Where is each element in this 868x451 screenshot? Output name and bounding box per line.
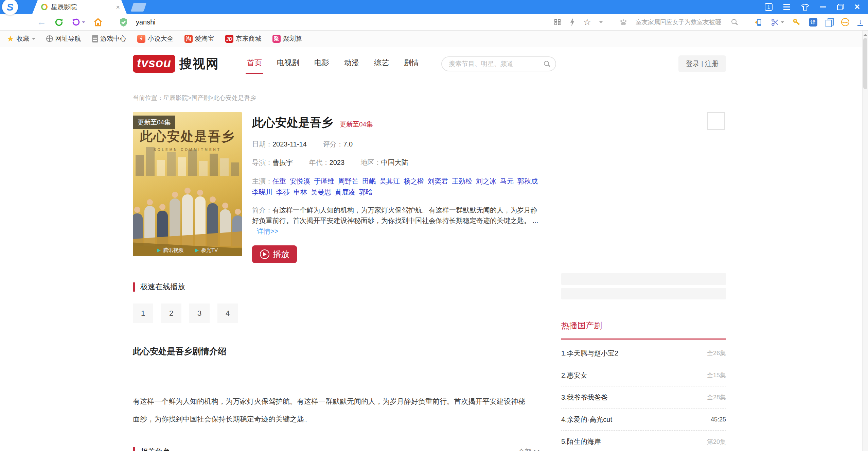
play-triangle-icon: [157, 248, 161, 253]
new-tab-button[interactable]: [131, 3, 146, 12]
breadcrumb[interactable]: 当前位置：星辰影院>国产剧>此心安处是吾乡: [133, 94, 726, 102]
refresh-icon[interactable]: [54, 18, 64, 27]
qr-code-icon[interactable]: [553, 18, 562, 26]
nav-plot[interactable]: 剧情: [403, 54, 420, 74]
cast-link[interactable]: 周野芒: [338, 177, 358, 185]
ad-placeholder: [561, 273, 726, 285]
synopsis-text: 有这样一个鲜为人知的机构，为万家灯火保驾护航。有这样一群默默无闻的人，为岁月静好…: [252, 206, 538, 224]
address-bar[interactable]: yanshi: [136, 18, 156, 26]
cast-link[interactable]: 王劲松: [452, 177, 472, 185]
restore-icon[interactable]: [837, 4, 844, 10]
nav-tv-series[interactable]: 电视剧: [276, 54, 301, 74]
episode-button[interactable]: 1: [133, 303, 153, 323]
bookmark-favorites[interactable]: ★ 收藏: [7, 34, 35, 43]
screenshot-scissors-icon[interactable]: [771, 18, 779, 27]
cast-link[interactable]: 李晓川: [252, 188, 272, 196]
show-poster[interactable]: 更新至04集 此心安处是吾乡 SOLEMN COMMITMENT: [133, 112, 242, 256]
notes-pages-icon[interactable]: [826, 18, 833, 26]
nav-movies[interactable]: 电影: [313, 54, 331, 74]
cast-link[interactable]: 吴曼思: [311, 188, 331, 196]
scrollbar[interactable]: [862, 31, 868, 451]
tab-close-icon[interactable]: ×: [116, 4, 120, 11]
login-register-button[interactable]: 登录 | 注册: [678, 55, 726, 72]
back-icon[interactable]: ←: [37, 17, 46, 27]
site-search-input[interactable]: [449, 60, 544, 68]
cast-link[interactable]: 马元: [500, 177, 514, 185]
undo-caret-icon[interactable]: [82, 21, 85, 25]
show-info: 此心安处是吾乡 更新至04集 日期：2023-11-14 评分：7.0 导演：曹…: [252, 112, 542, 263]
sogou-logo-icon[interactable]: S: [2, 0, 18, 15]
download-icon[interactable]: ↓: [857, 18, 863, 26]
cast-link[interactable]: 田岷: [362, 177, 376, 185]
show-title: 此心安处是吾乡: [252, 115, 333, 131]
favorites-caret-icon[interactable]: [32, 38, 35, 41]
hot-drama-name[interactable]: 1.李天腾与赵小宝2: [561, 349, 618, 358]
hot-drama-item[interactable]: 2.惠安女 全15集: [561, 364, 726, 386]
skin-shirt-icon[interactable]: [801, 3, 809, 11]
cast-link[interactable]: 安悦溪: [290, 177, 310, 185]
security-shield-icon[interactable]: [119, 18, 128, 27]
synopsis-more-link[interactable]: 详情>>: [257, 227, 278, 235]
send-to-phone-icon[interactable]: [754, 18, 763, 27]
tab-count-badge[interactable]: 1: [765, 3, 773, 11]
hot-drama-name[interactable]: 4.亲爱的·高光cut: [561, 415, 612, 424]
hot-drama-name[interactable]: 3.我爷爷我爸爸: [561, 393, 608, 402]
hot-drama-item[interactable]: 3.我爷爷我爸爸 全28集: [561, 386, 726, 409]
site-search-icon[interactable]: [544, 61, 550, 67]
cast-link[interactable]: 郭秋成: [517, 177, 538, 185]
cast-link[interactable]: 吴其江: [379, 177, 400, 185]
cast-link[interactable]: 李莎: [276, 188, 290, 196]
poster-watermarks: 腾讯视频 极光TV: [133, 247, 242, 254]
hot-drama-item[interactable]: 4.亲爱的·高光cut 45:25: [561, 409, 726, 431]
scroll-up-icon[interactable]: [864, 32, 867, 36]
scrollbar-thumb[interactable]: [863, 38, 867, 89]
hot-drama-name[interactable]: 5.陌生的海岸: [561, 437, 601, 446]
minimize-icon[interactable]: [820, 6, 826, 7]
cast-link[interactable]: 杨之楹: [404, 177, 424, 185]
menu-icon[interactable]: [783, 4, 790, 10]
browser-tab[interactable]: 星辰影院 ×: [32, 0, 127, 14]
episode-button[interactable]: 3: [189, 303, 210, 323]
bookmark-novels[interactable]: 小说大全: [137, 34, 174, 43]
site-logo[interactable]: tvsou: [133, 55, 175, 73]
bookmark-jd[interactable]: JD 京东商城: [225, 34, 262, 43]
show-region: 中国大陆: [381, 159, 408, 166]
favorite-star-icon[interactable]: ☆: [583, 18, 591, 27]
search-icon[interactable]: [731, 19, 738, 25]
cast-link[interactable]: 郭晗: [359, 188, 373, 196]
nav-variety[interactable]: 综艺: [373, 54, 390, 74]
cast-link[interactable]: 申林: [294, 188, 307, 196]
translate-icon[interactable]: 译: [809, 18, 817, 27]
password-key-icon[interactable]: [792, 18, 801, 27]
site-search-box[interactable]: [441, 56, 556, 71]
bookmark-taobao[interactable]: 淘 爱淘宝: [184, 34, 214, 43]
hot-drama-name[interactable]: 2.惠安女: [561, 371, 587, 380]
home-icon[interactable]: [93, 18, 103, 27]
episode-button[interactable]: 4: [217, 303, 238, 323]
more-tools-icon[interactable]: •••: [841, 18, 849, 26]
nav-anime[interactable]: 动漫: [343, 54, 360, 74]
hot-search-text[interactable]: 室友家属回应女子为救室友被砸: [636, 18, 723, 26]
play-button[interactable]: 播放: [252, 245, 297, 263]
hot-drama-item[interactable]: 1.李天腾与赵小宝2 全26集: [561, 342, 726, 364]
bookmark-juhuasuan[interactable]: 聚 聚划算: [272, 34, 302, 43]
hot-drama-item[interactable]: 5.陌生的海岸 第20集: [561, 431, 726, 451]
scissors-caret-icon[interactable]: [781, 21, 784, 25]
episode-button[interactable]: 2: [161, 303, 181, 323]
nav-home[interactable]: 首页: [246, 54, 263, 74]
undo-icon[interactable]: [72, 18, 81, 27]
play-circle-icon: [260, 249, 269, 259]
bookmark-game-center[interactable]: 游戏中心: [92, 34, 126, 43]
play-triangle-icon: [195, 248, 199, 253]
cast-link[interactable]: 刘奕君: [428, 177, 448, 185]
roles-all-link[interactable]: 全部 >>: [518, 447, 542, 451]
cast-link[interactable]: 黄鹿凌: [335, 188, 355, 196]
close-icon[interactable]: ×: [854, 2, 860, 12]
favorite-caret-icon[interactable]: [599, 21, 603, 25]
ad-placeholder: [561, 288, 726, 299]
accelerate-bolt-icon[interactable]: [570, 18, 575, 26]
cast-link[interactable]: 于谨维: [314, 177, 334, 185]
cast-link[interactable]: 刘之冰: [476, 177, 496, 185]
cast-link[interactable]: 任重: [272, 177, 286, 185]
bookmark-nav-site[interactable]: 网址导航: [46, 34, 81, 43]
